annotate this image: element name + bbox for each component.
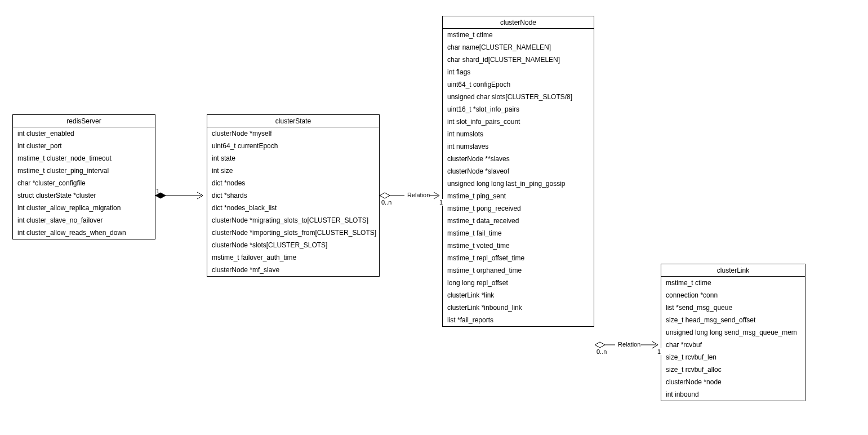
uml-row: mstime_t ping_sent xyxy=(443,190,594,202)
uml-row: clusterNode *importing_slots_from[CLUSTE… xyxy=(207,227,379,239)
svg-marker-5 xyxy=(595,342,605,348)
uml-class-redis-server: redisServer int cluster_enabled int clus… xyxy=(12,114,155,239)
uml-row: mstime_t voted_time xyxy=(443,239,594,252)
multiplicity-label: 0..n xyxy=(381,199,392,206)
uml-row: char *cluster_configfile xyxy=(13,177,155,189)
uml-attrs: int cluster_enabled int cluster_port mst… xyxy=(13,127,155,239)
uml-row: unsigned char slots[CLUSTER_SLOTS/8] xyxy=(443,91,594,103)
uml-row: dict *nodes xyxy=(207,177,379,189)
uml-row: unsigned long long last_in_ping_gossip xyxy=(443,177,594,190)
uml-row: mstime_t failover_auth_time xyxy=(207,251,379,264)
uml-row: clusterNode *node xyxy=(661,376,805,388)
uml-row: dict *nodes_black_list xyxy=(207,202,379,214)
uml-row: mstime_t ctime xyxy=(443,29,594,41)
uml-row: int size xyxy=(207,165,379,177)
uml-row: int cluster_port xyxy=(13,140,155,152)
uml-row: int cluster_allow_reads_when_down xyxy=(13,227,155,239)
uml-row: mstime_t cluster_ping_interval xyxy=(13,165,155,177)
uml-row: clusterNode *slaveof xyxy=(443,165,594,177)
uml-row: mstime_t ctime xyxy=(661,277,805,289)
uml-row: clusterNode **slaves xyxy=(443,153,594,165)
relation-label: Relation xyxy=(617,341,641,348)
uml-row: clusterLink *link xyxy=(443,289,594,301)
svg-marker-0 xyxy=(155,193,166,198)
uml-row: mstime_t pong_received xyxy=(443,202,594,215)
uml-row: size_t rcvbuf_alloc xyxy=(661,363,805,376)
uml-row: int cluster_allow_replica_migration xyxy=(13,202,155,214)
uml-attrs: mstime_t ctime connection *conn list *se… xyxy=(661,277,805,401)
composition-connector xyxy=(155,192,203,199)
uml-row: char name[CLUSTER_NAMELEN] xyxy=(443,41,594,54)
uml-attrs: mstime_t ctime char name[CLUSTER_NAMELEN… xyxy=(443,29,594,326)
uml-title: clusterLink xyxy=(661,264,805,277)
uml-row: int cluster_enabled xyxy=(13,127,155,140)
uml-title: clusterNode xyxy=(443,16,594,29)
uml-title: clusterState xyxy=(207,115,379,127)
uml-row: mstime_t data_received xyxy=(443,215,594,227)
uml-row: char *rcvbuf xyxy=(661,339,805,351)
uml-class-cluster-node: clusterNode mstime_t ctime char name[CLU… xyxy=(442,16,594,327)
uml-row: size_t head_msg_send_offset xyxy=(661,314,805,326)
uml-row: mstime_t fail_time xyxy=(443,227,594,239)
uml-attrs: clusterNode *myself uint64_t currentEpoc… xyxy=(207,127,379,276)
uml-row: int cluster_slave_no_failover xyxy=(13,214,155,227)
uml-row: clusterNode *slots[CLUSTER_SLOTS] xyxy=(207,239,379,251)
uml-title: redisServer xyxy=(13,115,155,127)
aggregation-connector xyxy=(595,341,658,348)
uml-row: clusterNode *mf_slave xyxy=(207,264,379,276)
uml-row: uint16_t *slot_info_pairs xyxy=(443,103,594,116)
relation-label: Relation xyxy=(407,192,430,198)
uml-row: uint64_t configEpoch xyxy=(443,78,594,91)
svg-marker-2 xyxy=(380,193,390,198)
uml-row: dict *shards xyxy=(207,189,379,202)
multiplicity-label: 0..n xyxy=(596,348,607,355)
uml-row: unsigned long long send_msg_queue_mem xyxy=(661,326,805,339)
multiplicity-label: 1 xyxy=(155,188,160,194)
uml-row: char shard_id[CLUSTER_NAMELEN] xyxy=(443,54,594,66)
uml-row: uint64_t currentEpoch xyxy=(207,140,379,152)
uml-row: mstime_t cluster_node_timeout xyxy=(13,152,155,165)
uml-row: clusterNode *myself xyxy=(207,127,379,140)
diagram-canvas: redisServer int cluster_enabled int clus… xyxy=(0,0,868,435)
uml-row: clusterNode *migrating_slots_to[CLUSTER_… xyxy=(207,214,379,227)
uml-row: list *send_msg_queue xyxy=(661,301,805,314)
uml-row: mstime_t repl_offset_time xyxy=(443,252,594,264)
uml-row: int flags xyxy=(443,66,594,78)
aggregation-connector xyxy=(380,192,439,199)
uml-row: int numslaves xyxy=(443,140,594,153)
uml-row: int inbound xyxy=(661,388,805,401)
uml-row: int slot_info_pairs_count xyxy=(443,116,594,128)
uml-row: connection *conn xyxy=(661,289,805,301)
uml-row: size_t rcvbuf_len xyxy=(661,351,805,363)
uml-row: list *fail_reports xyxy=(443,314,594,326)
uml-row: long long repl_offset xyxy=(443,277,594,289)
uml-class-cluster-link: clusterLink mstime_t ctime connection *c… xyxy=(661,264,805,401)
uml-row: clusterLink *inbound_link xyxy=(443,301,594,314)
uml-row: mstime_t orphaned_time xyxy=(443,264,594,277)
uml-row: struct clusterState *cluster xyxy=(13,189,155,202)
uml-row: int state xyxy=(207,152,379,165)
uml-class-cluster-state: clusterState clusterNode *myself uint64_… xyxy=(207,114,380,277)
uml-row: int numslots xyxy=(443,128,594,140)
